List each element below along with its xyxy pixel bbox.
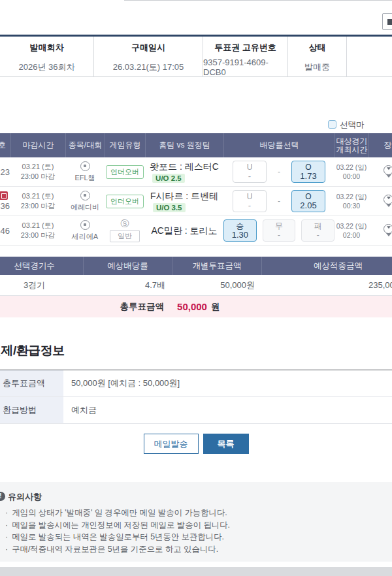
info-value-round: 2026년 36회차	[0, 58, 93, 76]
list-button[interactable]: 목록	[203, 434, 249, 454]
s-circle-icon: Ⓢ	[121, 219, 129, 229]
action-buttons: 메일발송 목록	[0, 434, 392, 454]
total-stake-row: 총투표금액 50,000 원	[0, 296, 392, 317]
location-pin-icon[interactable]	[384, 224, 392, 238]
print-icon	[387, 19, 392, 25]
info-value-purchase-time: 26.03.21(토) 17:05	[93, 58, 203, 76]
notice-item: ·메일을 발송시에는 개인정보에 저장된 메일로 발송이 됩니다.	[5, 519, 230, 532]
matchup: 왓포드 : 레스터C	[150, 161, 219, 172]
location-pin-icon[interactable]	[384, 195, 392, 208]
col-teams: 홈팀 vs 원정팀	[145, 133, 223, 157]
bet-table: 번호 마감시간 종목/대회 게임유형 홈팀 vs 원정팀 배당률선택 대상경기 …	[0, 133, 392, 246]
summary-col-stake: 개별투표금액	[172, 257, 261, 275]
event-datetime: 03.22 (일) 00:00	[336, 163, 367, 181]
event-datetime: 03.22 (일) 00:30	[336, 192, 367, 210]
soccer-icon	[80, 161, 90, 171]
odds-draw-dash: -	[272, 197, 286, 206]
game-number: 46	[1, 226, 10, 236]
summary-header: 선택경기수 예상배당률 개별투표금액 예상적중금액	[0, 257, 392, 275]
odds-draw-dash: -	[272, 167, 286, 176]
info-value-cut	[346, 58, 392, 76]
soccer-icon	[80, 220, 90, 230]
game-number: 23	[1, 167, 10, 177]
expected-winnings: 235,000원	[261, 275, 392, 295]
info-header-status: 상태	[287, 37, 346, 58]
payment-section-title: 결제/환급정보	[0, 342, 65, 359]
summary-col-games: 선택경기수	[0, 257, 83, 275]
payment-row-label: 총투표금액	[0, 370, 63, 396]
summary-values: 3경기 4.7배 50,000원 235,000원	[0, 275, 392, 296]
game-number: 36	[1, 201, 10, 211]
deadline: 03.21 (토) 23:00 마감	[21, 162, 56, 182]
total-stake-value: 50,000	[177, 301, 207, 312]
col-odds: 배당률선택	[223, 133, 335, 157]
total-stake-label: 총투표금액	[120, 301, 165, 313]
payment-row-value: 예치금	[63, 397, 392, 423]
info-header-cut	[346, 37, 392, 58]
odds-option-over-selected: O 2.05	[291, 190, 325, 212]
matchup: F시타르 : 트벤테	[150, 191, 218, 201]
game-type-badge: 일반	[110, 230, 140, 242]
total-stake-unit: 원	[211, 301, 220, 313]
summary-col-odds: 예상배당률	[83, 257, 172, 275]
alert-icon: !	[0, 492, 5, 501]
match-row: 46 03.21 (토) 23:00 마감 세리에A Ⓢ 일반 AC밀란 : 토…	[0, 216, 392, 246]
payment-row: 총투표금액 50,000원 [예치금 : 50,000원]	[0, 370, 392, 397]
notice-section: ! 유의사항 ·게임의 상태가 '발매중' 일 경우에만 메일 발송이 가능합니…	[0, 482, 392, 562]
odds-option-win-selected: 승 1.30	[223, 219, 257, 242]
odds-option-under: U -	[233, 161, 267, 183]
location-pin-icon[interactable]	[384, 165, 392, 179]
league-name: EFL챔	[74, 173, 95, 183]
notice-item: ·게임의 상태가 '발매중' 일 경우에만 메일 발송이 가능합니다.	[5, 507, 230, 519]
select-all-row: 선택마	[0, 120, 392, 131]
payment-row-value: 50,000원 [예치금 : 50,000원]	[63, 370, 392, 396]
col-number: 번호	[0, 133, 10, 157]
footer-bar	[0, 567, 392, 576]
col-deadline: 마감시간	[10, 133, 65, 157]
col-sport: 종목/대회	[65, 133, 105, 157]
uo-handicap-badge: U/O 3.5	[153, 203, 186, 212]
odds-option-draw: 무 -	[263, 219, 296, 242]
deadline: 03.21 (토) 23:00 마감	[21, 191, 56, 211]
matchup: AC밀란 : 토리노	[151, 225, 217, 236]
col-event-time: 대상경기 개최시간	[335, 133, 368, 157]
info-value-ticket-id: 9357-9191-4609-DCB0	[203, 58, 287, 76]
bet-summary-table: 선택경기수 예상배당률 개별투표금액 예상적중금액 3경기 4.7배 50,00…	[0, 257, 392, 317]
send-mail-button[interactable]: 메일발송	[144, 434, 199, 454]
info-header-round: 발매회차	[0, 37, 93, 58]
odds-option-over-selected: O 1.73	[291, 161, 325, 183]
league-name: 세리에A	[72, 232, 98, 242]
match-row: 36 03.21 (토) 23:00 마감 에레디비 언더오버 F시타르 : 트…	[0, 187, 392, 216]
uo-handicap-badge: U/O 2.5	[152, 174, 185, 183]
stake-amount: 50,000원	[172, 275, 261, 295]
notice-item: ·구매/적중내역 자료보관은 5년을 기준으로 하고 있습니다.	[5, 543, 230, 556]
info-header-ticket-id: 투표권 고유번호	[203, 37, 287, 58]
summary-col-expected: 예상적중금액	[261, 257, 392, 275]
odds-option-lose: 패 -	[301, 219, 335, 242]
notice-list: ·게임의 상태가 '발매중' 일 경우에만 메일 발송이 가능합니다. ·메일을…	[5, 507, 230, 555]
bet-table-header: 번호 마감시간 종목/대회 게임유형 홈팀 vs 원정팀 배당률선택 대상경기 …	[0, 133, 392, 157]
soccer-icon	[80, 191, 90, 200]
red-flag-badge	[0, 191, 8, 200]
deadline: 03.21 (토) 23:00 마감	[21, 221, 56, 240]
select-all-label: 선택마	[340, 120, 365, 131]
page: 발매회차 구매일시 투표권 고유번호 상태 2026년 36회차 26.03.2…	[0, 0, 392, 576]
notice-item: ·메일로 발송되는 내역은 발송일로부터 5년동안 보관합니다.	[5, 531, 230, 543]
select-all-checkbox[interactable]	[328, 120, 336, 129]
league-name: 에레디비	[71, 202, 99, 212]
event-datetime: 03.22 (일) 02:00	[336, 221, 367, 240]
payment-row-label: 환급방법	[0, 397, 63, 423]
payment-row: 환급방법 예치금	[0, 397, 392, 424]
match-row: 23 03.21 (토) 23:00 마감 EFL챔 언더오버 왓포드 : 레스…	[0, 157, 392, 187]
notice-title: 유의사항	[8, 491, 42, 503]
top-divider	[124, 0, 392, 1]
expected-odds: 4.7배	[83, 275, 172, 295]
col-venue: 장소	[368, 133, 392, 157]
game-type-badge: 언더오버	[106, 195, 144, 208]
print-button[interactable]	[382, 13, 392, 30]
game-type-badge: 언더오버	[106, 165, 144, 179]
status-badge: 발매중	[287, 58, 346, 76]
purchase-info-table: 발매회차 구매일시 투표권 고유번호 상태 2026년 36회차 26.03.2…	[0, 37, 392, 77]
games-count: 3경기	[0, 275, 83, 295]
col-game-type: 게임유형	[105, 133, 145, 157]
